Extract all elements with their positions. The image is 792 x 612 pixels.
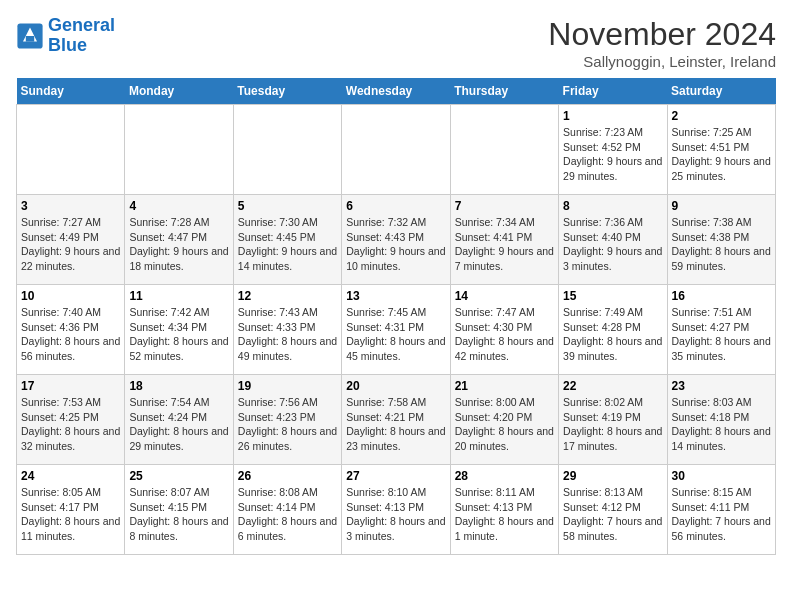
day-number: 18 [129,379,228,393]
calendar-cell: 27Sunrise: 8:10 AM Sunset: 4:13 PM Dayli… [342,465,450,555]
logo-text: General Blue [48,16,115,56]
weekday-header-row: SundayMondayTuesdayWednesdayThursdayFrid… [17,78,776,105]
day-number: 17 [21,379,120,393]
day-number: 20 [346,379,445,393]
day-number: 3 [21,199,120,213]
day-info: Sunrise: 7:53 AM Sunset: 4:25 PM Dayligh… [21,395,120,454]
day-info: Sunrise: 7:40 AM Sunset: 4:36 PM Dayligh… [21,305,120,364]
logo-icon [16,22,44,50]
calendar-week-1: 1Sunrise: 7:23 AM Sunset: 4:52 PM Daylig… [17,105,776,195]
day-number: 25 [129,469,228,483]
calendar-cell [233,105,341,195]
day-number: 7 [455,199,554,213]
calendar-week-2: 3Sunrise: 7:27 AM Sunset: 4:49 PM Daylig… [17,195,776,285]
calendar-cell: 14Sunrise: 7:47 AM Sunset: 4:30 PM Dayli… [450,285,558,375]
calendar-cell: 30Sunrise: 8:15 AM Sunset: 4:11 PM Dayli… [667,465,775,555]
day-info: Sunrise: 8:05 AM Sunset: 4:17 PM Dayligh… [21,485,120,544]
calendar-cell: 23Sunrise: 8:03 AM Sunset: 4:18 PM Dayli… [667,375,775,465]
calendar-cell: 28Sunrise: 8:11 AM Sunset: 4:13 PM Dayli… [450,465,558,555]
location-subtitle: Sallynoggin, Leinster, Ireland [548,53,776,70]
calendar-cell [450,105,558,195]
weekday-header-monday: Monday [125,78,233,105]
day-info: Sunrise: 7:42 AM Sunset: 4:34 PM Dayligh… [129,305,228,364]
day-number: 13 [346,289,445,303]
calendar-week-3: 10Sunrise: 7:40 AM Sunset: 4:36 PM Dayli… [17,285,776,375]
day-number: 11 [129,289,228,303]
calendar-cell: 8Sunrise: 7:36 AM Sunset: 4:40 PM Daylig… [559,195,667,285]
calendar-cell: 15Sunrise: 7:49 AM Sunset: 4:28 PM Dayli… [559,285,667,375]
day-info: Sunrise: 8:08 AM Sunset: 4:14 PM Dayligh… [238,485,337,544]
calendar-cell: 19Sunrise: 7:56 AM Sunset: 4:23 PM Dayli… [233,375,341,465]
day-info: Sunrise: 7:32 AM Sunset: 4:43 PM Dayligh… [346,215,445,274]
day-number: 16 [672,289,771,303]
day-number: 28 [455,469,554,483]
weekday-header-sunday: Sunday [17,78,125,105]
calendar-cell [342,105,450,195]
calendar-week-4: 17Sunrise: 7:53 AM Sunset: 4:25 PM Dayli… [17,375,776,465]
calendar-cell [125,105,233,195]
title-block: November 2024 Sallynoggin, Leinster, Ire… [548,16,776,70]
day-number: 8 [563,199,662,213]
calendar-cell: 21Sunrise: 8:00 AM Sunset: 4:20 PM Dayli… [450,375,558,465]
day-info: Sunrise: 7:43 AM Sunset: 4:33 PM Dayligh… [238,305,337,364]
calendar-cell: 25Sunrise: 8:07 AM Sunset: 4:15 PM Dayli… [125,465,233,555]
day-info: Sunrise: 8:15 AM Sunset: 4:11 PM Dayligh… [672,485,771,544]
day-number: 1 [563,109,662,123]
day-number: 23 [672,379,771,393]
weekday-header-saturday: Saturday [667,78,775,105]
day-info: Sunrise: 8:03 AM Sunset: 4:18 PM Dayligh… [672,395,771,454]
day-number: 12 [238,289,337,303]
weekday-header-thursday: Thursday [450,78,558,105]
calendar-cell: 4Sunrise: 7:28 AM Sunset: 4:47 PM Daylig… [125,195,233,285]
calendar-cell: 17Sunrise: 7:53 AM Sunset: 4:25 PM Dayli… [17,375,125,465]
calendar-cell: 26Sunrise: 8:08 AM Sunset: 4:14 PM Dayli… [233,465,341,555]
day-info: Sunrise: 7:30 AM Sunset: 4:45 PM Dayligh… [238,215,337,274]
calendar-cell: 29Sunrise: 8:13 AM Sunset: 4:12 PM Dayli… [559,465,667,555]
calendar-cell: 6Sunrise: 7:32 AM Sunset: 4:43 PM Daylig… [342,195,450,285]
calendar-week-5: 24Sunrise: 8:05 AM Sunset: 4:17 PM Dayli… [17,465,776,555]
day-info: Sunrise: 8:10 AM Sunset: 4:13 PM Dayligh… [346,485,445,544]
day-info: Sunrise: 7:47 AM Sunset: 4:30 PM Dayligh… [455,305,554,364]
day-number: 27 [346,469,445,483]
day-info: Sunrise: 7:28 AM Sunset: 4:47 PM Dayligh… [129,215,228,274]
day-number: 19 [238,379,337,393]
weekday-header-tuesday: Tuesday [233,78,341,105]
calendar-cell: 7Sunrise: 7:34 AM Sunset: 4:41 PM Daylig… [450,195,558,285]
day-number: 15 [563,289,662,303]
day-number: 14 [455,289,554,303]
day-number: 5 [238,199,337,213]
day-info: Sunrise: 8:13 AM Sunset: 4:12 PM Dayligh… [563,485,662,544]
day-number: 4 [129,199,228,213]
day-info: Sunrise: 7:51 AM Sunset: 4:27 PM Dayligh… [672,305,771,364]
day-info: Sunrise: 7:49 AM Sunset: 4:28 PM Dayligh… [563,305,662,364]
calendar-cell: 10Sunrise: 7:40 AM Sunset: 4:36 PM Dayli… [17,285,125,375]
calendar-cell: 18Sunrise: 7:54 AM Sunset: 4:24 PM Dayli… [125,375,233,465]
calendar-cell: 1Sunrise: 7:23 AM Sunset: 4:52 PM Daylig… [559,105,667,195]
day-info: Sunrise: 7:38 AM Sunset: 4:38 PM Dayligh… [672,215,771,274]
calendar-cell: 24Sunrise: 8:05 AM Sunset: 4:17 PM Dayli… [17,465,125,555]
day-info: Sunrise: 7:54 AM Sunset: 4:24 PM Dayligh… [129,395,228,454]
day-info: Sunrise: 8:07 AM Sunset: 4:15 PM Dayligh… [129,485,228,544]
day-number: 21 [455,379,554,393]
day-info: Sunrise: 8:11 AM Sunset: 4:13 PM Dayligh… [455,485,554,544]
calendar-cell: 22Sunrise: 8:02 AM Sunset: 4:19 PM Dayli… [559,375,667,465]
day-info: Sunrise: 7:45 AM Sunset: 4:31 PM Dayligh… [346,305,445,364]
logo: General Blue [16,16,115,56]
weekday-header-friday: Friday [559,78,667,105]
page-header: General Blue November 2024 Sallynoggin, … [16,16,776,70]
calendar-table: SundayMondayTuesdayWednesdayThursdayFrid… [16,78,776,555]
day-number: 6 [346,199,445,213]
calendar-cell: 2Sunrise: 7:25 AM Sunset: 4:51 PM Daylig… [667,105,775,195]
day-number: 26 [238,469,337,483]
day-info: Sunrise: 7:58 AM Sunset: 4:21 PM Dayligh… [346,395,445,454]
calendar-cell: 20Sunrise: 7:58 AM Sunset: 4:21 PM Dayli… [342,375,450,465]
day-info: Sunrise: 7:36 AM Sunset: 4:40 PM Dayligh… [563,215,662,274]
day-info: Sunrise: 7:25 AM Sunset: 4:51 PM Dayligh… [672,125,771,184]
day-info: Sunrise: 8:00 AM Sunset: 4:20 PM Dayligh… [455,395,554,454]
day-number: 10 [21,289,120,303]
calendar-cell: 13Sunrise: 7:45 AM Sunset: 4:31 PM Dayli… [342,285,450,375]
calendar-cell: 3Sunrise: 7:27 AM Sunset: 4:49 PM Daylig… [17,195,125,285]
day-info: Sunrise: 7:34 AM Sunset: 4:41 PM Dayligh… [455,215,554,274]
calendar-cell: 11Sunrise: 7:42 AM Sunset: 4:34 PM Dayli… [125,285,233,375]
day-number: 24 [21,469,120,483]
